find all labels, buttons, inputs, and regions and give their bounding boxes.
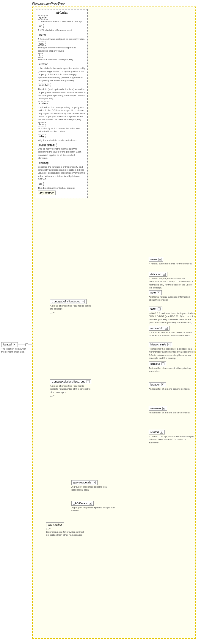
attr-pubconstraint-desc: One or many constraints that apply to pu… [38,147,86,160]
poi-box[interactable]: _POIDetails + [71,501,94,506]
attr-why-desc: Why the metadata has been included. [38,139,86,142]
right-name-box[interactable]: name + [149,257,163,262]
right-name-section: name + A natural language name for the c… [149,257,192,265]
right-hierarchyinfo-box[interactable]: hierarchyInfo + [149,342,172,347]
concept-relationships-group-section: ConceptRelationshipsGroup + A group of p… [50,379,92,397]
attr-pubconstraint-box: pubconstraint [38,143,57,147]
attr-creator: creator If the attribute is empty, speci… [38,62,86,82]
attr-custom-box: custom [38,101,49,105]
geo-area-box[interactable]: geoAreaDetails + [71,480,98,485]
right-narrower-box[interactable]: narrower + [149,406,167,411]
right-definition-expand[interactable]: + [163,273,166,276]
right-name-desc: A natural language name for the concept. [149,262,192,265]
geo-area-section: geoAreaDetails + A group of properties s… [71,480,116,492]
crg-multiplicity: 0..∞ [50,394,92,397]
geo-area-label: geoAreaDetails [73,481,92,484]
located-desc: The location from which the content orig… [1,348,28,354]
attr-xmllang: xmllang Specifies the language of this p… [38,161,86,181]
right-definition-section: definition + A natural language definiti… [149,272,196,290]
right-name-expand[interactable]: + [159,258,161,261]
right-hierarchyinfo-expand[interactable]: + [167,343,170,346]
right-related-label: related [150,431,159,434]
any-other-wrapper: any ##other [46,522,64,527]
attr-qcode-box: qcode [38,15,48,20]
right-broader-box[interactable]: broader + [149,382,166,387]
right-narrower-section: narrower + An identifier of a more speci… [149,406,190,414]
right-hierarchyinfo-desc: Represents the position of a concept in … [149,348,196,360]
poi-label: _POIDetails [73,502,87,505]
attr-literal: literal A free-text value assigned as pr… [38,33,86,41]
right-note-box[interactable]: note + [149,290,162,295]
attr-creator-desc: If the attribute is empty, specifies whi… [38,67,86,82]
any-other-desc: Extension point for provider-defined pro… [46,531,94,537]
right-name-label: name [150,258,157,261]
right-remoteinfo-expand[interactable]: + [165,327,168,330]
attr-id: id The local identifier of the property. [38,53,86,61]
attr-how: how Indicates by which means the value w… [38,122,86,133]
attributes-box: attributes qcode A qualified code which … [36,9,88,198]
attr-pubconstraint: pubconstraint One or many constraints th… [38,143,86,160]
attr-qcode: qcode A qualified code which identifies … [38,15,86,23]
attr-type: type The type of the concept assigned as… [38,42,86,53]
right-related-box[interactable]: related + [149,430,165,434]
attr-dir-box: dir [38,182,44,186]
right-note-section: note + Additional natural language infor… [149,290,196,302]
right-remoteinfo-label: remoteInfo [150,327,163,330]
attr-why: why Why the metadata has been included. [38,134,86,142]
attr-modified-box: modified [38,83,51,87]
attr-anyother: any ##other [38,191,86,195]
attr-how-desc: Indicates by which means the value was e… [38,127,86,133]
attr-id-box: id [38,53,43,58]
concept-definition-group-label: ConceptDefinitionGroup [52,300,80,303]
attr-id-desc: The local identifier of the property. [38,58,86,61]
concept-relationships-group-box[interactable]: ConceptRelationshipsGroup + [50,379,91,384]
right-remoteinfo-section: remoteInfo + A link to an item or a web … [149,326,196,337]
poi-section: _POIDetails + A group of properties spec… [71,501,116,513]
right-note-desc: Additional natural language information … [149,296,196,302]
attr-literal-box: literal [38,33,47,37]
right-facet-section: facet + In NAR 1.8 and later, facet is d… [149,307,196,324]
right-related-section: related + A related concept, where the r… [149,430,196,444]
crg-expand-icon[interactable]: + [87,380,90,383]
diagram-title: FlexLocationPropType [32,2,65,5]
attr-xmllang-desc: Specifies the language of this property … [38,166,86,181]
any-other-section: any ##other 0..∞ Extension point for pro… [46,522,94,537]
right-narrower-desc: An identifier of a more specific concept… [149,411,190,414]
cdg-expand-icon[interactable]: + [82,300,85,303]
cdg-desc: A group of properties required to define… [50,304,92,311]
attr-custom-desc: If set to true the corresponding propert… [38,106,86,121]
concept-definition-group-box[interactable]: ConceptDefinitionGroup + [50,299,87,304]
right-remoteinfo-desc: A link to an item or a web resource whic… [149,331,196,337]
right-narrower-expand[interactable]: + [162,407,165,410]
attr-literal-desc: A free-text value assigned as property v… [38,38,86,41]
right-sameas-desc: An identifier of a concept with equivale… [149,367,196,373]
attr-dir: dir The directionality of textual conten… [38,182,86,190]
attr-modified-desc: The date (and, optionally, the time) whe… [38,88,86,100]
right-definition-box[interactable]: definition + [149,272,167,277]
attr-why-box: why [38,134,45,138]
right-related-desc: A related concept, where the relationshi… [149,435,196,444]
attr-type-desc: The type of the concept assigned as cont… [38,46,86,53]
geo-area-expand[interactable]: + [93,481,96,484]
right-remoteinfo-box[interactable]: remoteInfo + [149,326,170,331]
any-other-multiplicity: 0..∞ [46,527,94,530]
right-facet-expand[interactable]: + [158,307,161,310]
right-sameas-box[interactable]: sameAs + [149,361,166,366]
located-box[interactable]: located + [1,342,18,347]
right-narrower-label: narrower [150,407,161,410]
crg-desc: A group of properties required to indica… [50,385,92,394]
right-sameas-expand[interactable]: + [161,362,164,365]
attr-creator-box: creator [38,62,49,66]
right-note-expand[interactable]: + [157,291,160,294]
right-related-expand[interactable]: + [160,431,163,434]
right-sameas-section: sameAs + An identifier of a concept with… [149,361,196,373]
right-hierarchyinfo-section: hierarchyInfo + Represents the position … [149,342,196,360]
poi-expand[interactable]: + [89,502,92,505]
right-facet-desc: In NAR 1.8 and later, facet is deprecate… [149,312,196,324]
right-broader-expand[interactable]: + [161,383,164,386]
attr-custom: custom If set to true the corresponding … [38,101,86,121]
attr-uri-desc: A URI which identifies a concept. [38,29,86,32]
right-facet-box[interactable]: facet + [149,307,162,311]
attr-type-box: type [38,42,46,46]
located-expand-icon[interactable]: + [13,343,16,346]
